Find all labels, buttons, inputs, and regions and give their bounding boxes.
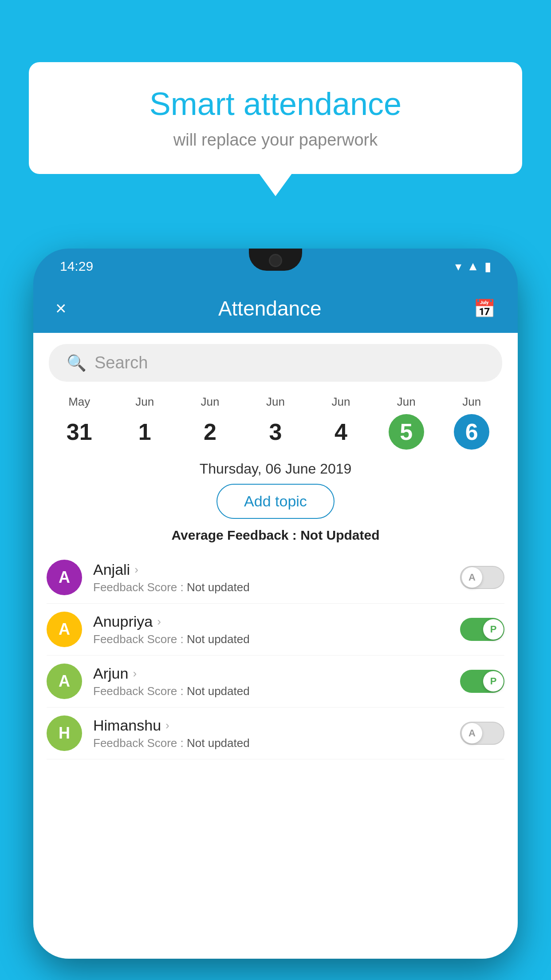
date-month: Jun	[112, 395, 177, 409]
student-feedback: Feedback Score : Not updated	[93, 736, 460, 750]
attendance-toggle[interactable]: P	[460, 618, 504, 641]
avatar: H	[47, 715, 82, 751]
student-name: Himanshu ›	[93, 717, 460, 734]
date-number: 3	[258, 414, 293, 450]
date-month: Jun	[243, 395, 308, 409]
date-item[interactable]: Jun3	[243, 395, 308, 450]
subtext: will replace your paperwork	[55, 130, 496, 150]
add-topic-button[interactable]: Add topic	[216, 484, 335, 519]
avatar: A	[47, 612, 82, 647]
date-number: 6	[454, 414, 489, 450]
student-info: Himanshu ›Feedback Score : Not updated	[93, 717, 460, 750]
student-name: Anupriya ›	[93, 613, 460, 630]
date-month: May	[47, 395, 112, 409]
battery-icon: ▮	[484, 259, 491, 274]
date-number: 4	[323, 414, 358, 450]
search-placeholder: Search	[94, 353, 148, 372]
date-item[interactable]: Jun2	[177, 395, 243, 450]
headline: Smart attendance	[55, 87, 496, 122]
avg-feedback-label: Average Feedback :	[171, 528, 296, 542]
chevron-right-icon: ›	[157, 615, 161, 628]
toggle-knob: P	[483, 619, 504, 640]
list-item[interactable]: AAnjali ›Feedback Score : Not updatedA	[47, 552, 504, 604]
student-info: Anupriya ›Feedback Score : Not updated	[93, 613, 460, 646]
search-bar[interactable]: 🔍 Search	[49, 344, 502, 382]
status-time: 14:29	[60, 259, 93, 274]
student-feedback: Feedback Score : Not updated	[93, 632, 460, 646]
phone-content: 🔍 Search May31Jun1Jun2Jun3Jun4Jun5Jun6 T…	[33, 333, 518, 959]
avg-feedback-value: Not Updated	[300, 528, 379, 542]
student-feedback: Feedback Score : Not updated	[93, 684, 460, 698]
list-item[interactable]: AArjun ›Feedback Score : Not updatedP	[47, 656, 504, 707]
student-list: AAnjali ›Feedback Score : Not updatedAAA…	[33, 552, 518, 759]
date-scroller: May31Jun1Jun2Jun3Jun4Jun5Jun6	[33, 388, 518, 456]
attendance-toggle[interactable]: A	[460, 722, 504, 745]
attendance-toggle[interactable]: P	[460, 670, 504, 693]
date-number: 5	[389, 414, 424, 450]
date-item[interactable]: May31	[47, 395, 112, 450]
status-bar: 14:29 ▾ ▲ ▮	[33, 249, 518, 284]
chevron-right-icon: ›	[133, 667, 137, 680]
date-month: Jun	[439, 395, 504, 409]
search-icon: 🔍	[67, 354, 87, 372]
chevron-right-icon: ›	[165, 719, 169, 732]
student-info: Anjali ›Feedback Score : Not updated	[93, 561, 460, 594]
avatar: A	[47, 560, 82, 595]
student-name: Arjun ›	[93, 665, 460, 682]
date-number: 31	[62, 414, 97, 450]
speech-bubble: Smart attendance will replace your paper…	[29, 62, 522, 174]
toggle-knob: A	[462, 567, 482, 588]
attendance-toggle[interactable]: A	[460, 566, 504, 589]
status-icons: ▾ ▲ ▮	[455, 259, 491, 274]
avatar: A	[47, 664, 82, 699]
toggle-knob: A	[462, 723, 482, 743]
phone-wrapper: 14:29 ▾ ▲ ▮ × Attendance 📅 🔍 Search May3…	[33, 249, 518, 980]
date-number: 1	[127, 414, 162, 450]
calendar-icon[interactable]: 📅	[473, 298, 496, 319]
avg-feedback: Average Feedback : Not Updated	[33, 528, 518, 543]
signal-icon: ▲	[467, 259, 479, 273]
phone-notch	[249, 249, 302, 271]
date-item[interactable]: Jun6	[439, 395, 504, 450]
close-button[interactable]: ×	[55, 298, 67, 319]
chevron-right-icon: ›	[134, 563, 138, 577]
student-feedback: Feedback Score : Not updated	[93, 581, 460, 594]
phone-camera	[269, 254, 282, 267]
date-month: Jun	[177, 395, 243, 409]
page-title: Attendance	[218, 296, 322, 320]
selected-date: Thursday, 06 June 2019	[33, 461, 518, 477]
list-item[interactable]: HHimanshu ›Feedback Score : Not updatedA	[47, 707, 504, 759]
date-item[interactable]: Jun4	[308, 395, 374, 450]
date-item[interactable]: Jun1	[112, 395, 177, 450]
speech-bubble-container: Smart attendance will replace your paper…	[29, 62, 522, 174]
date-item[interactable]: Jun5	[374, 395, 439, 450]
student-info: Arjun ›Feedback Score : Not updated	[93, 665, 460, 698]
date-month: Jun	[374, 395, 439, 409]
wifi-icon: ▾	[455, 259, 461, 274]
phone-frame: 14:29 ▾ ▲ ▮ × Attendance 📅 🔍 Search May3…	[33, 249, 518, 959]
date-month: Jun	[308, 395, 374, 409]
toggle-knob: P	[483, 671, 504, 692]
student-name: Anjali ›	[93, 561, 460, 578]
app-header: × Attendance 📅	[33, 284, 518, 333]
date-number: 2	[193, 414, 228, 450]
list-item[interactable]: AAnupriya ›Feedback Score : Not updatedP	[47, 604, 504, 656]
